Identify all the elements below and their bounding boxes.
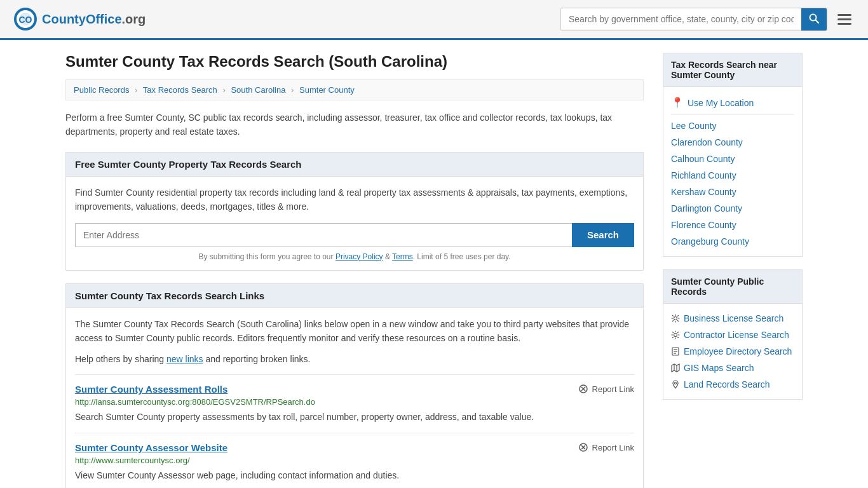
county-link[interactable]: Orangeburg County <box>671 236 749 247</box>
global-search-bar <box>560 8 827 31</box>
global-search-input[interactable] <box>561 9 801 29</box>
sidebar-item: Florence County <box>671 217 794 233</box>
public-record-item: Business License Search <box>671 310 794 327</box>
hamburger-line <box>837 23 851 25</box>
logo[interactable]: CO CountyOffice.org <box>13 6 146 32</box>
search-icon <box>809 13 819 24</box>
links-description: The Sumter County Tax Records Search (So… <box>75 317 634 346</box>
address-input[interactable] <box>75 223 572 247</box>
links-section-header: Sumter County Tax Records Search Links <box>66 284 643 308</box>
report-link-label: Report Link <box>592 384 634 394</box>
public-record-item: GIS Maps Search <box>671 360 794 376</box>
public-records-section-content: Business License Search Contractor Licen… <box>663 303 803 400</box>
book-icon <box>671 347 680 356</box>
county-link[interactable]: Florence County <box>671 220 736 230</box>
public-record-item: Land Records Search <box>671 376 794 393</box>
link-url: http://www.sumtercountysc.org/ <box>75 456 634 465</box>
link-item-title[interactable]: Sumter County Assessment Rolls <box>75 384 227 395</box>
nearby-section-content: 📍 Use My Location Lee County Clarendon C… <box>663 86 803 257</box>
header-right <box>560 8 855 31</box>
link-item-header: Sumter County Assessment Rolls Report Li… <box>75 384 634 395</box>
property-search-content: Find Sumter County residential property … <box>66 177 643 270</box>
county-link[interactable]: Darlington County <box>671 203 742 214</box>
sidebar-item: Lee County <box>671 118 794 134</box>
use-location-item[interactable]: 📍 Use My Location <box>671 93 794 112</box>
gis-maps-link[interactable]: GIS Maps Search <box>684 363 754 373</box>
sidebar: Tax Records Search near Sumter County 📍 … <box>663 53 803 488</box>
county-link[interactable]: Kershaw County <box>671 187 736 197</box>
gear-icon <box>671 330 680 339</box>
terms-link[interactable]: Terms <box>392 252 413 261</box>
contractor-license-link[interactable]: Contractor License Search <box>684 330 789 340</box>
property-search-section: Free Sumter County Property Tax Records … <box>65 152 644 271</box>
link-url: http://lansa.sumtercountysc.org:8080/EGS… <box>75 397 634 407</box>
share-links: Help others by sharing new links and rep… <box>75 354 634 364</box>
link-item-header: Sumter County Assessor Website Report Li… <box>75 442 634 453</box>
address-search-button[interactable]: Search <box>572 223 634 247</box>
global-search-button[interactable] <box>801 8 827 30</box>
report-link-button[interactable]: Report Link <box>578 442 634 452</box>
county-link[interactable]: Clarendon County <box>671 137 743 147</box>
breadcrumb-public-records[interactable]: Public Records <box>74 85 129 95</box>
map-icon <box>671 363 680 372</box>
location-icon: 📍 <box>671 97 684 109</box>
sidebar-item: Richland County <box>671 167 794 184</box>
link-description: Search Sumter County property assessment… <box>75 410 634 424</box>
link-item: Sumter County Assessor Website Report Li… <box>75 433 634 488</box>
public-records-section-title: Sumter County Public Records <box>663 269 803 303</box>
svg-point-21 <box>675 383 677 384</box>
link-item-title[interactable]: Sumter County Assessor Website <box>75 442 227 453</box>
logo-text: CountyOffice.org <box>42 12 146 27</box>
hamburger-line <box>837 18 851 20</box>
address-form: Search <box>75 223 634 247</box>
menu-button[interactable] <box>834 10 855 29</box>
link-item: Sumter County Assessment Rolls Report Li… <box>75 374 634 433</box>
nearby-section-title: Tax Records Search near Sumter County <box>663 53 803 86</box>
sidebar-item: Orangeburg County <box>671 233 794 250</box>
svg-point-13 <box>674 334 677 337</box>
svg-line-5 <box>816 20 819 23</box>
breadcrumb-south-carolina[interactable]: South Carolina <box>231 85 285 95</box>
business-license-link[interactable]: Business License Search <box>684 313 783 323</box>
links-section-content: The Sumter County Tax Records Search (So… <box>66 308 643 488</box>
breadcrumb: Public Records › Tax Records Search › So… <box>65 79 644 100</box>
report-icon <box>578 384 588 394</box>
main-container: Sumter County Tax Records Search (South … <box>53 40 815 488</box>
public-records-section: Sumter County Public Records Business Li… <box>663 269 803 400</box>
page-description: Perform a free Sumter County, SC public … <box>65 111 644 139</box>
gear-icon <box>671 314 680 323</box>
link-description: View Sumter County Assessor web page, in… <box>75 469 634 482</box>
page-title: Sumter County Tax Records Search (South … <box>65 53 644 71</box>
sidebar-item: Calhoun County <box>671 151 794 167</box>
property-search-description: Find Sumter County residential property … <box>75 186 634 214</box>
use-location-link[interactable]: Use My Location <box>688 98 754 108</box>
breadcrumb-tax-records[interactable]: Tax Records Search <box>143 85 217 95</box>
logo-icon: CO <box>13 6 38 32</box>
report-icon <box>578 442 588 452</box>
county-link[interactable]: Lee County <box>671 121 717 131</box>
property-search-header: Free Sumter County Property Tax Records … <box>66 152 643 177</box>
sidebar-item: Clarendon County <box>671 134 794 151</box>
report-link-label: Report Link <box>592 443 634 452</box>
new-links-link[interactable]: new links <box>166 354 203 364</box>
employee-directory-link[interactable]: Employee Directory Search <box>684 346 792 356</box>
content-area: Sumter County Tax Records Search (South … <box>65 53 644 488</box>
public-record-item: Contractor License Search <box>671 327 794 343</box>
county-link[interactable]: Calhoun County <box>671 154 735 164</box>
public-record-item: Employee Directory Search <box>671 343 794 360</box>
sidebar-item: Darlington County <box>671 200 794 217</box>
land-records-link[interactable]: Land Records Search <box>684 379 770 390</box>
svg-point-12 <box>674 317 677 320</box>
privacy-policy-link[interactable]: Privacy Policy <box>336 252 383 261</box>
breadcrumb-sumter-county[interactable]: Sumter County <box>299 85 355 95</box>
links-section: Sumter County Tax Records Search Links T… <box>65 283 644 488</box>
svg-marker-18 <box>672 364 679 372</box>
county-link[interactable]: Richland County <box>671 170 736 180</box>
nearby-section: Tax Records Search near Sumter County 📍 … <box>663 53 803 257</box>
form-terms: By submitting this form you agree to our… <box>75 252 634 261</box>
report-link-button[interactable]: Report Link <box>578 384 634 394</box>
land-icon <box>671 380 680 389</box>
sidebar-item: Kershaw County <box>671 184 794 200</box>
hamburger-line <box>837 14 851 16</box>
sidebar-divider <box>671 114 794 115</box>
